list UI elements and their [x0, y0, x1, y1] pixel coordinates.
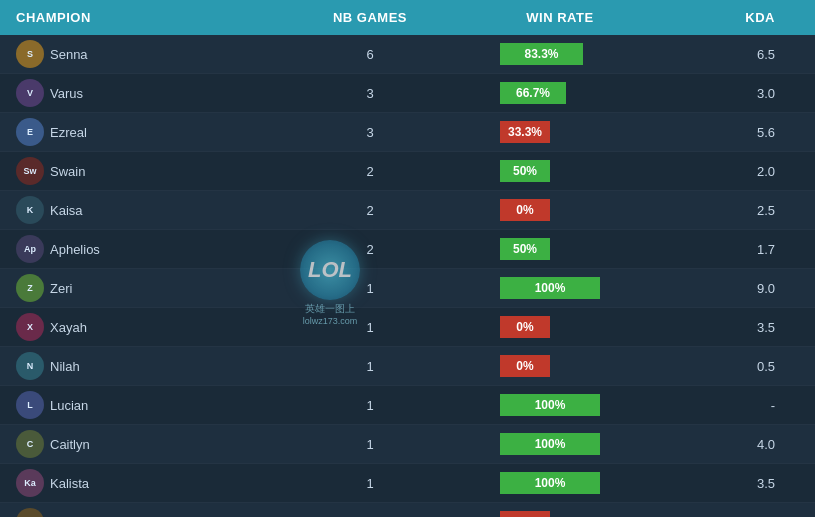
champion-name: Kaisa [50, 203, 83, 218]
champion-cell: C Caitlyn [16, 430, 272, 458]
win-rate-header: WIN RATE [460, 0, 660, 35]
kda-cell: 4.0 [660, 425, 815, 464]
table-row: X Xayah 1 0% 3.5 [0, 308, 815, 347]
win-rate-cell: 50% [460, 152, 660, 191]
champion-icon: Ka [16, 469, 44, 497]
win-rate-bar: 50% [500, 160, 550, 182]
win-rate-bar-container: 0% [500, 316, 620, 338]
win-rate-cell: 100% [460, 386, 660, 425]
table-row: Sw Swain 2 50% 2.0 [0, 152, 815, 191]
champion-cell: L Lucian [16, 391, 272, 419]
nb-games-cell: 2 [280, 152, 460, 191]
champion-icon: K [16, 196, 44, 224]
kda-header: KDA [660, 0, 815, 35]
win-rate-bar: 50% [500, 238, 550, 260]
nb-games-cell: 3 [280, 74, 460, 113]
champion-name: Nilah [50, 359, 80, 374]
win-rate-bar-container: 0% [500, 199, 620, 221]
win-rate-bar: 0% [500, 199, 550, 221]
table-row: V Varus 3 66.7% 3.0 [0, 74, 815, 113]
champion-name: Varus [50, 86, 83, 101]
nb-games-cell: 1 [280, 347, 460, 386]
win-rate-bar-container: 0% [500, 511, 620, 517]
kda-cell: 0.5 [660, 347, 815, 386]
champion-cell: TF Twisted Fate [16, 508, 272, 517]
table-row: C Caitlyn 1 100% 4.0 [0, 425, 815, 464]
champion-cell: Z Zeri [16, 274, 272, 302]
win-rate-bar-container: 50% [500, 160, 620, 182]
champion-cell: X Xayah [16, 313, 272, 341]
win-rate-cell: 50% [460, 230, 660, 269]
kda-cell: 1.5 [660, 503, 815, 518]
champion-name: Zeri [50, 281, 72, 296]
champion-icon: TF [16, 508, 44, 517]
win-rate-bar-container: 50% [500, 238, 620, 260]
nb-games-cell: 3 [280, 113, 460, 152]
champion-name: Ezreal [50, 125, 87, 140]
champion-icon: Ap [16, 235, 44, 263]
champion-cell: S Senna [16, 40, 272, 68]
win-rate-bar: 33.3% [500, 121, 550, 143]
kda-cell: 9.0 [660, 269, 815, 308]
win-rate-bar: 0% [500, 355, 550, 377]
champion-name: Lucian [50, 398, 88, 413]
table-row: L Lucian 1 100% - [0, 386, 815, 425]
win-rate-bar: 66.7% [500, 82, 566, 104]
table-row: TF Twisted Fate 1 0% 1.5 [0, 503, 815, 518]
win-rate-bar: 0% [500, 511, 550, 517]
champion-cell: V Varus [16, 79, 272, 107]
nb-games-cell: 1 [280, 269, 460, 308]
kda-cell: 1.7 [660, 230, 815, 269]
champion-icon: Z [16, 274, 44, 302]
win-rate-bar-container: 100% [500, 394, 620, 416]
champion-name: Swain [50, 164, 85, 179]
champion-icon: L [16, 391, 44, 419]
win-rate-bar-container: 100% [500, 472, 620, 494]
champion-cell: Sw Swain [16, 157, 272, 185]
win-rate-cell: 0% [460, 347, 660, 386]
win-rate-bar-container: 66.7% [500, 82, 620, 104]
champion-cell: Ap Aphelios [16, 235, 272, 263]
win-rate-bar-container: 0% [500, 355, 620, 377]
kda-cell: - [660, 386, 815, 425]
champion-icon: N [16, 352, 44, 380]
kda-cell: 3.5 [660, 464, 815, 503]
win-rate-bar: 83.3% [500, 43, 583, 65]
win-rate-cell: 33.3% [460, 113, 660, 152]
champion-name: Xayah [50, 320, 87, 335]
champion-icon: C [16, 430, 44, 458]
win-rate-bar-container: 33.3% [500, 121, 620, 143]
nb-games-cell: 1 [280, 386, 460, 425]
win-rate-bar-container: 83.3% [500, 43, 620, 65]
table-header-row: CHAMPION NB GAMES WIN RATE KDA [0, 0, 815, 35]
champion-cell: K Kaisa [16, 196, 272, 224]
kda-cell: 2.0 [660, 152, 815, 191]
nb-games-cell: 1 [280, 308, 460, 347]
win-rate-bar: 100% [500, 433, 600, 455]
win-rate-cell: 100% [460, 425, 660, 464]
kda-cell: 3.0 [660, 74, 815, 113]
champion-stats-table: CHAMPION NB GAMES WIN RATE KDA S Senna 6… [0, 0, 815, 517]
champion-icon: V [16, 79, 44, 107]
champion-name: Senna [50, 47, 88, 62]
win-rate-cell: 66.7% [460, 74, 660, 113]
champion-icon: X [16, 313, 44, 341]
win-rate-cell: 100% [460, 464, 660, 503]
page-container: LOL 英雄一图上 lolwz173.com CHAMPION NB GAMES… [0, 0, 815, 517]
kda-cell: 5.6 [660, 113, 815, 152]
kda-cell: 3.5 [660, 308, 815, 347]
nb-games-cell: 2 [280, 230, 460, 269]
nb-games-header: NB GAMES [280, 0, 460, 35]
win-rate-bar: 0% [500, 316, 550, 338]
champion-icon: E [16, 118, 44, 146]
stats-table-container: CHAMPION NB GAMES WIN RATE KDA S Senna 6… [0, 0, 815, 517]
table-row: Ap Aphelios 2 50% 1.7 [0, 230, 815, 269]
win-rate-bar-container: 100% [500, 433, 620, 455]
champion-cell: Ka Kalista [16, 469, 272, 497]
win-rate-bar: 100% [500, 277, 600, 299]
champion-cell: E Ezreal [16, 118, 272, 146]
table-row: Z Zeri 1 100% 9.0 [0, 269, 815, 308]
table-row: Ka Kalista 1 100% 3.5 [0, 464, 815, 503]
table-row: K Kaisa 2 0% 2.5 [0, 191, 815, 230]
champion-name: Caitlyn [50, 437, 90, 452]
